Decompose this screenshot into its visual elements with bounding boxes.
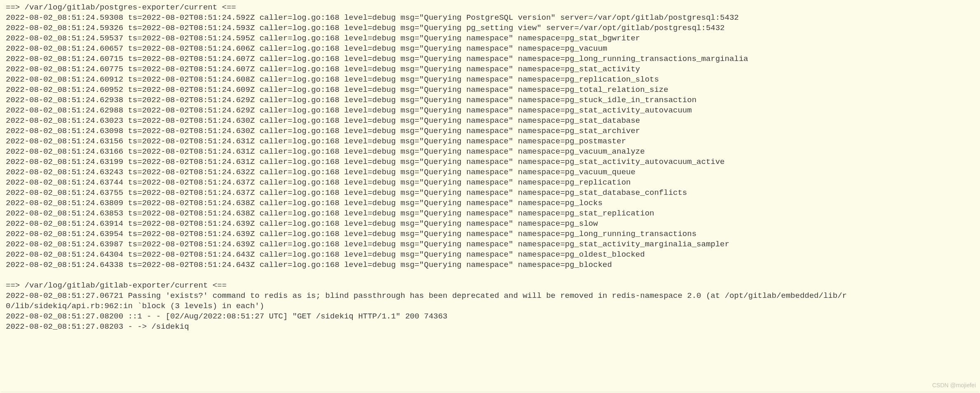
- terminal-output[interactable]: ==> /var/log/gitlab/postgres-exporter/cu…: [0, 0, 980, 332]
- bottom-border: [1, 392, 979, 392]
- watermark-text: CSDN @mojiefei: [932, 380, 976, 391]
